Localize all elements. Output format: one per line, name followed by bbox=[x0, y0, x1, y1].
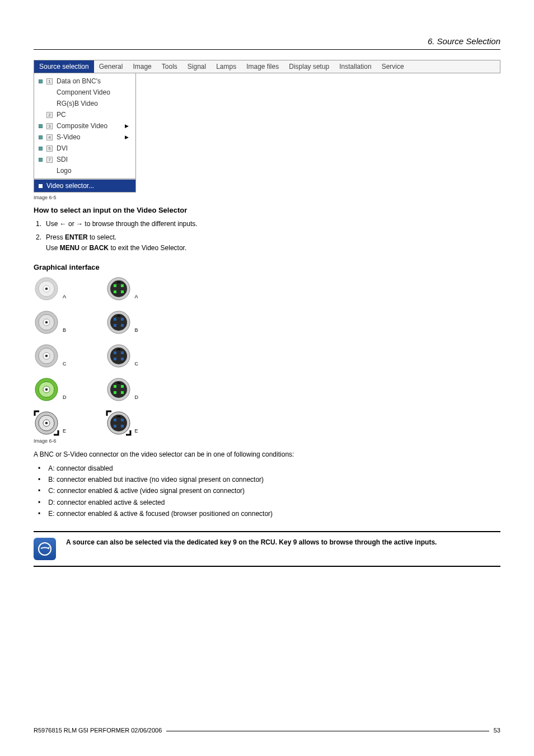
square-icon bbox=[39, 135, 43, 139]
menu-item-pc[interactable]: 2PC bbox=[34, 109, 135, 120]
condition-item: E: connector enabled & active & focused … bbox=[38, 508, 500, 519]
svg-rect-54 bbox=[117, 416, 120, 417]
menu-item-dvi[interactable]: 5DVI bbox=[34, 143, 135, 154]
step-2: 2. Press ENTER to select. Use MENU or BA… bbox=[36, 232, 500, 253]
svg-point-15 bbox=[45, 388, 48, 391]
menu-tab-installation[interactable]: Installation bbox=[334, 60, 376, 73]
menu-tab-display-setup[interactable]: Display setup bbox=[284, 60, 334, 73]
slot-number bbox=[46, 90, 53, 96]
howto-heading: How to select an input on the Video Sele… bbox=[34, 206, 500, 214]
icon-label: C bbox=[63, 361, 67, 369]
icon-label: E bbox=[63, 428, 66, 436]
menu-item-logo[interactable]: Logo bbox=[34, 165, 135, 176]
bnc-connector-a: A bbox=[34, 276, 67, 302]
figure-caption-6-6: Image 6-6 bbox=[34, 438, 500, 444]
submenu-arrow-icon: ▶ bbox=[125, 134, 131, 140]
square-icon bbox=[39, 158, 43, 162]
svideo-connector-e: E bbox=[106, 410, 139, 436]
menu-item-label: Data on BNC's bbox=[57, 77, 101, 85]
square-icon bbox=[39, 184, 43, 188]
menu-item-composite-video[interactable]: 3Composite Video▶ bbox=[34, 120, 135, 132]
menu-tab-source-selection[interactable]: Source selection bbox=[34, 60, 94, 73]
video-selector-menuitem[interactable]: Video selector... bbox=[34, 179, 136, 192]
condition-item: B: connector enabled but inactive (no vi… bbox=[38, 474, 500, 485]
bnc-connector-b: B bbox=[34, 309, 67, 335]
menu-item-label: S-Video bbox=[57, 133, 80, 141]
icon-label: A bbox=[135, 294, 138, 302]
menu-tab-lamps[interactable]: Lamps bbox=[211, 60, 241, 73]
icon-label: A bbox=[63, 294, 66, 302]
condition-item: A: connector disabled bbox=[38, 463, 500, 474]
square-icon bbox=[39, 91, 43, 95]
svg-point-3 bbox=[45, 287, 48, 290]
icon-label: E bbox=[135, 428, 138, 436]
svg-rect-47 bbox=[117, 382, 120, 384]
menu-item-s-video[interactable]: 4S-Video▶ bbox=[34, 132, 135, 143]
square-icon bbox=[39, 169, 43, 173]
svg-rect-44 bbox=[121, 385, 124, 388]
svg-rect-22 bbox=[114, 284, 116, 287]
note-icon bbox=[34, 538, 56, 560]
slot-number: 4 bbox=[46, 134, 53, 140]
menu-item-label: RG(s)B Video bbox=[57, 100, 98, 107]
menu-item-sdi[interactable]: 7SDI bbox=[34, 154, 135, 165]
chapter-header: 6. Source Selection bbox=[34, 36, 500, 50]
page-footer: R5976815 RLM G5I PERFORMER 02/06/2006 53 bbox=[34, 727, 500, 734]
footer-left: R5976815 RLM G5I PERFORMER 02/06/2006 bbox=[34, 727, 162, 734]
menu-tab-service[interactable]: Service bbox=[377, 60, 409, 73]
bnc-connector-c: C bbox=[34, 343, 67, 369]
menubar: Source selectionGeneralImageToolsSignalL… bbox=[34, 60, 500, 73]
svideo-connector-a: A bbox=[106, 276, 139, 302]
howto-steps: 1. Use ← or → to browse through the diff… bbox=[34, 219, 500, 254]
menu-tab-image[interactable]: Image bbox=[128, 60, 156, 73]
svg-rect-33 bbox=[117, 315, 120, 317]
icon-label: D bbox=[135, 395, 139, 402]
square-icon bbox=[39, 102, 43, 106]
square-icon bbox=[39, 79, 43, 83]
menu-item-component-video[interactable]: Component Video bbox=[34, 87, 135, 98]
svg-rect-26 bbox=[117, 281, 120, 283]
svg-rect-31 bbox=[114, 324, 116, 327]
video-selector-label: Video selector... bbox=[46, 182, 94, 190]
menu-item-label: PC bbox=[57, 111, 66, 119]
slot-number: 5 bbox=[46, 145, 53, 152]
svg-rect-43 bbox=[114, 385, 116, 388]
menu-figure: Source selectionGeneralImageToolsSignalL… bbox=[34, 60, 500, 192]
slot-number: 7 bbox=[46, 157, 53, 163]
menu-item-rg-s-b-video[interactable]: RG(s)B Video bbox=[34, 98, 135, 109]
svg-rect-38 bbox=[114, 358, 116, 360]
figure-caption-6-5: Image 6-5 bbox=[34, 195, 500, 200]
svg-rect-37 bbox=[121, 351, 124, 354]
menu-item-label: DVI bbox=[57, 144, 68, 152]
svideo-connector-c: C bbox=[106, 343, 139, 369]
menu-tab-general[interactable]: General bbox=[94, 60, 128, 73]
source-selection-dropdown: 1Data on BNC'sComponent VideoRG(s)B Vide… bbox=[34, 73, 136, 179]
submenu-arrow-icon: ▶ bbox=[125, 123, 131, 129]
condition-item: D: connector enabled active & selected bbox=[38, 497, 500, 508]
note-text: A source can also be selected via the de… bbox=[66, 538, 437, 547]
icon-label: B bbox=[135, 327, 138, 335]
svg-point-11 bbox=[45, 354, 48, 357]
menu-tab-image-files[interactable]: Image files bbox=[241, 60, 284, 73]
bnc-connector-e: E bbox=[34, 410, 67, 436]
menu-tab-signal[interactable]: Signal bbox=[182, 60, 211, 73]
square-icon bbox=[39, 147, 43, 151]
svg-rect-46 bbox=[121, 391, 124, 394]
conditions-intro: A BNC or S-Video connector on the video … bbox=[34, 449, 500, 459]
svg-point-19 bbox=[45, 421, 48, 424]
graphical-heading: Graphical interface bbox=[34, 263, 500, 271]
svg-rect-32 bbox=[121, 324, 124, 327]
svg-rect-52 bbox=[114, 425, 116, 428]
note-band: A source can also be selected via the de… bbox=[34, 531, 500, 567]
menu-item-label: SDI bbox=[57, 156, 68, 163]
icon-label: C bbox=[135, 361, 139, 369]
menu-item-data-on-bnc-s[interactable]: 1Data on BNC's bbox=[34, 76, 135, 87]
menu-item-label: Logo bbox=[57, 167, 72, 175]
svg-rect-30 bbox=[121, 318, 124, 321]
menu-tab-tools[interactable]: Tools bbox=[157, 60, 182, 73]
svg-point-7 bbox=[45, 321, 48, 323]
svg-rect-36 bbox=[114, 351, 116, 354]
svg-rect-24 bbox=[114, 290, 116, 293]
square-icon bbox=[39, 113, 43, 117]
svg-rect-39 bbox=[121, 358, 124, 360]
